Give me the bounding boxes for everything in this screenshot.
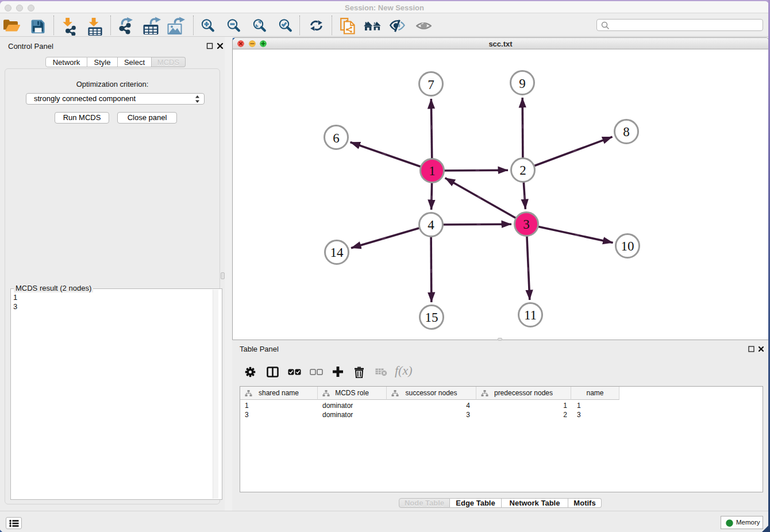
svg-text:14: 14 — [330, 245, 344, 260]
svg-text:8: 8 — [623, 125, 630, 139]
svg-text:9: 9 — [519, 76, 526, 91]
svg-text:11: 11 — [524, 308, 537, 322]
svg-text:15: 15 — [425, 310, 438, 325]
svg-text:4: 4 — [428, 218, 434, 232]
svg-text:7: 7 — [428, 78, 434, 92]
svg-text:2: 2 — [519, 163, 526, 178]
svg-text:3: 3 — [523, 217, 530, 232]
svg-text:1: 1 — [429, 164, 436, 178]
svg-text:6: 6 — [333, 131, 340, 145]
svg-text:10: 10 — [621, 239, 634, 253]
